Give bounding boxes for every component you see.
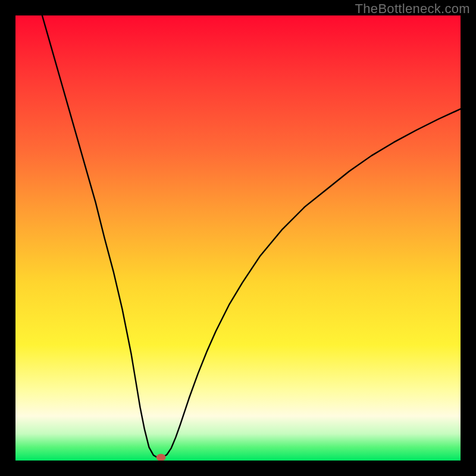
chart-frame: TheBottleneck.com (0, 0, 476, 476)
watermark-text: TheBottleneck.com (355, 1, 470, 17)
plot-area (15, 15, 461, 461)
bottleneck-curve-line (42, 15, 461, 458)
minimum-marker-dot (156, 454, 166, 461)
curve-svg (15, 15, 461, 461)
